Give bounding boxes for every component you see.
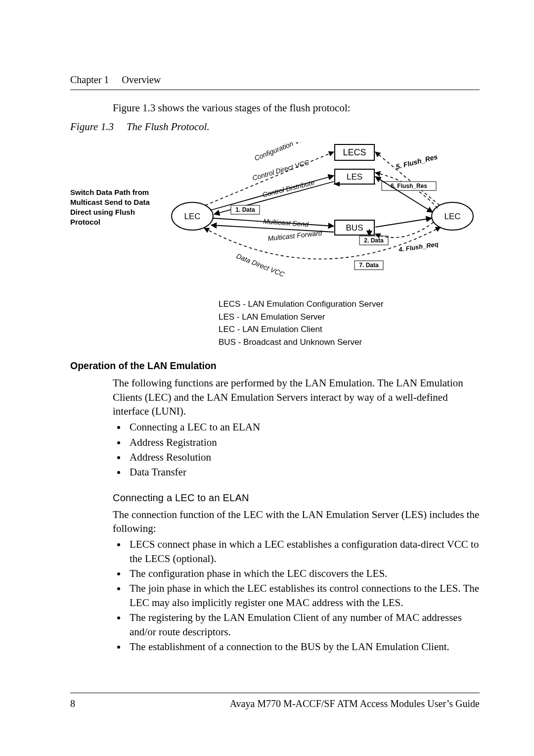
legend-lec: LEC - LAN Emulation Client	[219, 323, 480, 336]
list-item: Data Transfer	[127, 465, 480, 479]
svg-text:7. Data: 7. Data	[359, 262, 379, 269]
svg-text:5. Flush_Res: 5. Flush_Res	[395, 152, 439, 170]
section-paragraph: The following functions are performed by…	[113, 376, 480, 418]
book-title: Avaya M770 M-ACCF/SF ATM Access Modules …	[230, 697, 480, 710]
svg-text:LECS: LECS	[343, 147, 366, 157]
footer: 8 Avaya M770 M-ACCF/SF ATM Access Module…	[70, 693, 480, 710]
list-item: The join phase in which the LEC establis…	[127, 581, 480, 610]
list-item: Connecting a LEC to an ELAN	[127, 420, 480, 434]
list-item: LECS connect phase in which a LEC establ…	[127, 537, 480, 566]
figure-caption: Figure 1.3 The Flush Protocol.	[70, 120, 480, 134]
list-item: Address Resolution	[127, 450, 480, 464]
legend-lecs: LECS - LAN Emulation Configuration Serve…	[219, 298, 480, 311]
list-item: Address Registration	[127, 435, 480, 449]
svg-line-20	[375, 184, 382, 186]
subsection-bullet-list: LECS connect phase in which a LEC establ…	[113, 537, 480, 654]
svg-text:4. Flush_Req: 4. Flush_Req	[398, 240, 439, 253]
runhead-chapter: Chapter 1	[70, 73, 109, 87]
svg-text:6. Flush_Res: 6. Flush_Res	[391, 183, 427, 189]
svg-text:Configuration VCC: Configuration VCC	[253, 142, 310, 162]
svg-text:Control Direct VCC: Control Direct VCC	[251, 158, 311, 182]
svg-text:LES: LES	[347, 172, 362, 182]
figure: Switch Data Path from Multicast Send to …	[70, 142, 480, 294]
svg-text:LEC: LEC	[184, 212, 200, 221]
list-item: The registering by the LAN Emulation Cli…	[127, 611, 480, 639]
list-item: The configuration phase in which the LEC…	[127, 567, 480, 580]
section-heading: Operation of the LAN Emulation	[70, 359, 480, 372]
svg-text:LEC: LEC	[444, 212, 460, 221]
figure-side-caption: Switch Data Path from Multicast Send to …	[70, 188, 157, 228]
svg-text:BUS: BUS	[346, 223, 363, 233]
runhead-title: Overview	[122, 73, 161, 87]
subsection-paragraph: The connection function of the LEC with …	[113, 508, 480, 536]
svg-text:2. Data: 2. Data	[364, 237, 384, 244]
legend-bus: BUS - Broadcast and Unknown Server	[219, 336, 480, 349]
figure-diagram: LECS LES BUS LEC LEC Configuration VCC 5…	[157, 142, 480, 294]
figure-legend: LECS - LAN Emulation Configuration Serve…	[219, 298, 480, 348]
section-bullet-list: Connecting a LEC to an ELAN Address Regi…	[113, 420, 480, 479]
figure-intro: Figure 1.3 shows the various stages of t…	[113, 101, 480, 115]
subsection-heading: Connecting a LEC to an ELAN	[113, 491, 480, 505]
list-item: The establishment of a connection to the…	[127, 640, 480, 654]
svg-text:Multicast Forward: Multicast Forward	[267, 229, 323, 242]
running-head: Chapter 1 Overview	[70, 73, 480, 87]
figure-title: The Flush Protocol.	[127, 120, 210, 134]
svg-line-32	[375, 218, 432, 227]
svg-text:Data Direct VCC: Data Direct VCC	[235, 252, 286, 279]
header-rule	[70, 90, 480, 90]
svg-text:1. Data: 1. Data	[235, 206, 255, 213]
svg-text:Multicast Send: Multicast Send	[263, 217, 310, 228]
page-number: 8	[70, 697, 75, 710]
footer-rule	[70, 693, 480, 693]
page: Chapter 1 Overview Figure 1.3 shows the …	[0, 0, 534, 756]
legend-les: LES - LAN Emulation Server	[219, 311, 480, 324]
figure-number: Figure 1.3	[70, 120, 114, 134]
